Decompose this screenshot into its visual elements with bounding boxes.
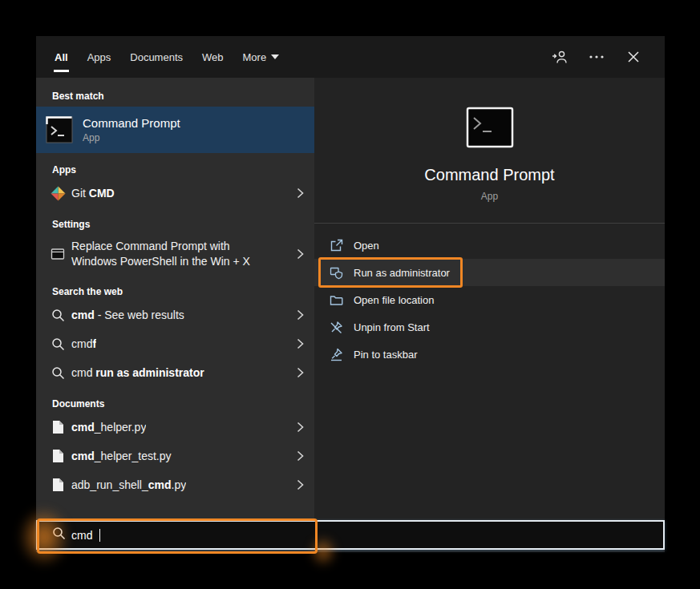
tab-all-label: All xyxy=(55,51,68,63)
search-bar[interactable]: cmd xyxy=(36,520,665,550)
result-git-cmd[interactable]: Git CMD xyxy=(36,179,314,208)
more-options-button[interactable] xyxy=(586,46,607,67)
result-label: adb_run_shell_cmd.py xyxy=(71,478,186,491)
tab-web[interactable]: Web xyxy=(202,36,224,78)
command-prompt-icon xyxy=(46,116,73,143)
action-unpin-from-start[interactable]: Unpin from Start xyxy=(314,313,665,341)
search-query-text: cmd xyxy=(71,529,92,542)
preview-panel: Command Prompt App Open xyxy=(314,78,665,520)
tab-more[interactable]: More xyxy=(243,36,280,78)
search-icon xyxy=(52,526,66,543)
close-button[interactable] xyxy=(623,46,644,67)
tab-more-label: More xyxy=(243,51,267,63)
action-pin-to-taskbar[interactable]: Pin to taskbar xyxy=(314,341,665,368)
chevron-right-icon xyxy=(297,309,304,321)
text-cursor xyxy=(99,529,100,542)
result-doc-cmd-helper-test[interactable]: cmd_helper_test.py xyxy=(36,442,314,470)
best-match-subtitle: App xyxy=(83,132,180,143)
chevron-down-icon xyxy=(271,54,279,59)
result-label: cmd_helper.py xyxy=(71,421,146,434)
unpin-icon xyxy=(330,321,343,334)
tab-apps[interactable]: Apps xyxy=(87,36,111,78)
result-label: cmd_helper_test.py xyxy=(71,450,172,462)
result-web-cmdf[interactable]: cmdf xyxy=(36,329,314,358)
chevron-right-icon xyxy=(297,479,304,490)
filter-tabs: All Apps Documents Web More xyxy=(55,36,279,78)
tab-documents[interactable]: Documents xyxy=(130,36,183,78)
document-icon xyxy=(50,449,66,463)
window-controls xyxy=(549,36,665,78)
close-icon xyxy=(628,51,639,63)
preview-title: Command Prompt xyxy=(424,166,554,184)
section-header-settings: Settings xyxy=(36,219,314,230)
chevron-right-icon xyxy=(297,188,304,199)
tab-apps-label: Apps xyxy=(87,51,111,63)
result-label: Git CMD xyxy=(71,187,115,200)
action-run-as-administrator[interactable]: Run as administrator xyxy=(314,259,665,286)
tab-all[interactable]: All xyxy=(55,36,68,78)
action-list: Open Run as administrator xyxy=(314,232,665,368)
result-label: cmd run as administrator xyxy=(71,366,204,379)
preview-hero: Command Prompt App xyxy=(314,78,665,202)
action-label: Run as administrator xyxy=(354,267,450,279)
section-header-best-match: Best match xyxy=(36,91,314,102)
result-label: cmdf xyxy=(71,337,96,350)
search-input[interactable]: cmd xyxy=(38,526,314,543)
action-open-file-location[interactable]: Open file location xyxy=(314,286,665,313)
result-doc-adb-run-shell-cmd[interactable]: adb_run_shell_cmd.py xyxy=(36,470,314,499)
section-header-apps: Apps xyxy=(36,164,314,175)
screenshot-root: All Apps Documents Web More xyxy=(0,0,700,589)
chevron-right-icon xyxy=(297,338,304,349)
section-header-documents: Documents xyxy=(36,398,314,409)
result-doc-cmd-helper[interactable]: cmd_helper.py xyxy=(36,413,314,442)
preview-subtitle: App xyxy=(481,191,498,202)
chevron-right-icon xyxy=(297,450,304,462)
search-icon xyxy=(50,366,66,380)
result-best-match-command-prompt[interactable]: Command Prompt App xyxy=(36,107,314,153)
action-label: Open xyxy=(354,240,379,252)
start-search-window: All Apps Documents Web More xyxy=(36,36,665,552)
open-icon xyxy=(330,239,343,252)
result-label: cmd - See web results xyxy=(71,309,184,321)
action-label: Open file location xyxy=(354,294,434,306)
action-open[interactable]: Open xyxy=(314,232,665,259)
result-web-cmd-run-as-administrator[interactable]: cmd run as administrator xyxy=(36,358,314,387)
pin-icon xyxy=(330,348,343,361)
chevron-right-icon xyxy=(297,422,304,433)
best-match-text: Command Prompt App xyxy=(83,116,180,143)
action-label: Unpin from Start xyxy=(354,321,430,333)
search-icon xyxy=(50,309,66,322)
system-window-icon xyxy=(50,247,66,261)
document-icon xyxy=(50,478,66,492)
ellipsis-icon xyxy=(589,55,604,58)
best-match-title: Command Prompt xyxy=(83,116,180,130)
admin-shield-icon xyxy=(330,266,343,280)
tab-web-label: Web xyxy=(202,51,224,63)
result-replace-cmd-powershell[interactable]: Replace Command Prompt with Windows Powe… xyxy=(36,233,314,275)
document-icon xyxy=(50,420,66,434)
command-prompt-icon-large xyxy=(466,107,514,148)
search-icon xyxy=(50,337,66,351)
chevron-right-icon xyxy=(297,367,304,378)
search-filter-bar: All Apps Documents Web More xyxy=(36,36,665,78)
section-header-search-web: Search the web xyxy=(36,286,314,297)
git-icon xyxy=(50,186,66,201)
result-web-cmd[interactable]: cmd - See web results xyxy=(36,301,314,329)
chevron-right-icon xyxy=(297,248,304,260)
account-icon xyxy=(552,50,568,64)
tab-documents-label: Documents xyxy=(130,51,183,63)
results-panel: Best match Command Prompt App Apps xyxy=(36,78,314,520)
action-label: Pin to taskbar xyxy=(354,349,418,361)
preview-divider xyxy=(314,223,665,224)
folder-location-icon xyxy=(330,293,343,307)
result-label: Replace Command Prompt with Windows Powe… xyxy=(71,239,264,269)
account-button[interactable] xyxy=(549,46,570,67)
